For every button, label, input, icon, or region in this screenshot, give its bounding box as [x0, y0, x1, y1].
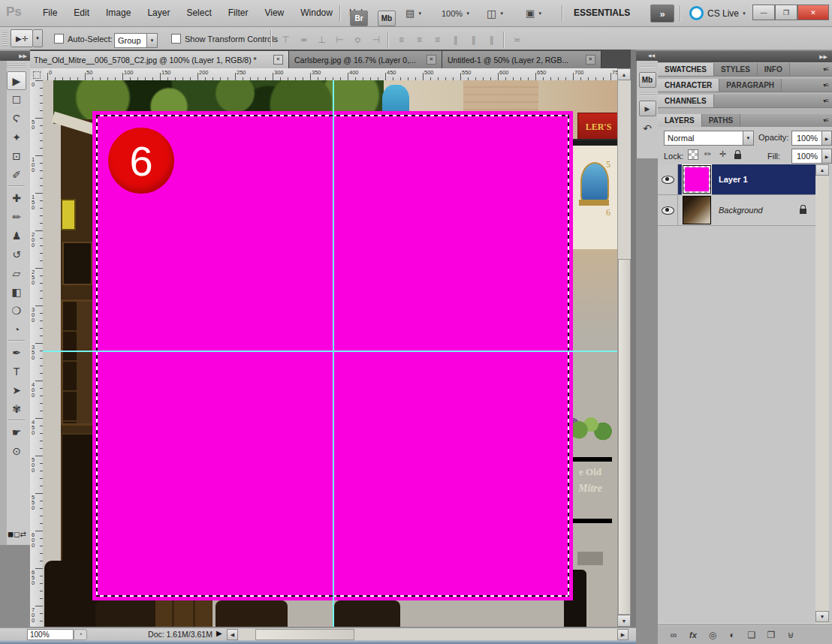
minimize-button[interactable]: — — [752, 5, 775, 20]
strip-grip[interactable] — [641, 92, 655, 96]
panel-menu-icon[interactable]: ▾≡ — [823, 82, 832, 89]
move-tool[interactable]: ▶ — [7, 71, 26, 90]
panel-tab-channels[interactable]: CHANNELS — [658, 95, 714, 107]
actions-panel-button[interactable]: ▶ — [639, 101, 656, 116]
panel-menu-icon[interactable]: ▾≡ — [823, 66, 832, 73]
view-extras-button[interactable]: ▤ ▼ — [405, 0, 422, 26]
spot-healing-brush-tool[interactable]: ✚ — [7, 188, 26, 207]
distribute-bottom-edges-icon[interactable]: ≡ — [431, 34, 444, 47]
cs-live-button[interactable]: CS Live ▼ — [689, 0, 746, 26]
vertical-scrollbar-thumb[interactable] — [618, 259, 631, 615]
status-zoom-input[interactable]: 100% — [27, 629, 74, 640]
brush-tool[interactable]: ✏ — [7, 207, 26, 226]
eye-icon[interactable] — [662, 176, 674, 184]
ruler-origin-box[interactable] — [30, 68, 44, 81]
layer-styles-icon[interactable]: fx — [683, 629, 703, 641]
distribute-left-edges-icon[interactable]: ∥ — [449, 34, 462, 47]
crop-tool[interactable]: ⊡ — [7, 146, 26, 165]
scroll-right-button[interactable]: ▶ — [617, 629, 629, 640]
auto-align-layers-icon[interactable]: ≍ — [511, 34, 523, 47]
strip-grip[interactable] — [641, 64, 655, 68]
zoom-level-control[interactable]: 100% ▼ — [442, 0, 470, 26]
menu-window[interactable]: Window — [292, 0, 341, 26]
custom-shape-tool[interactable]: ✾ — [7, 399, 26, 418]
document-tab-1[interactable]: The_Old_Mitre__006_5708_C2.jpg @ 100% (L… — [29, 51, 289, 68]
menu-select[interactable]: Select — [178, 0, 219, 26]
document-canvas[interactable]: LER'S 5 6 e Old Mitre 6 — [43, 80, 617, 627]
new-layer-icon[interactable]: ❐ — [761, 629, 781, 641]
distribute-right-edges-icon[interactable]: ∥ — [485, 34, 498, 47]
status-flyout-arrow[interactable]: ▶ — [216, 629, 222, 637]
lock-pixels-icon[interactable]: ✏ — [702, 149, 713, 160]
burn-tool[interactable]: ◔ — [7, 320, 26, 339]
eyedropper-tool[interactable]: ✐ — [7, 165, 26, 184]
horizontal-scrollbar-thumb[interactable] — [255, 629, 354, 640]
dock-collapse-button[interactable]: ▶▶ — [658, 51, 832, 62]
opacity-field[interactable]: 100% — [791, 131, 823, 146]
blend-mode-dropdown[interactable]: Normal ▼ — [664, 131, 754, 146]
rectangular-marquee-tool[interactable]: ☐ — [7, 90, 26, 109]
align-horizontal-centers-icon[interactable]: ≎ — [351, 34, 364, 47]
menu-filter[interactable]: Filter — [220, 0, 257, 26]
layer-visibility-cell[interactable] — [658, 195, 678, 225]
workspace-switcher[interactable]: ESSENTIALS — [574, 8, 630, 18]
history-panel-button[interactable]: ↶ — [640, 121, 656, 135]
layers-scrollbar-track[interactable] — [815, 164, 829, 624]
scroll-left-button[interactable]: ◀ — [227, 629, 238, 640]
pen-tool[interactable]: ✒ — [7, 343, 26, 362]
auto-select-checkbox[interactable] — [54, 34, 64, 44]
link-layers-icon[interactable]: ∞ — [664, 629, 683, 641]
document-tab-2[interactable]: Carlsberg.jpg @ 16.7% (Layer 0,...✕ — [289, 51, 442, 68]
layer-thumbnail[interactable] — [683, 196, 711, 224]
eraser-tool[interactable]: ▱ — [7, 263, 26, 282]
tools-collapse-button[interactable]: ▶▶ — [0, 51, 30, 61]
scroll-up-button[interactable]: ▲ — [617, 68, 631, 80]
launch-mini-bridge-button[interactable]: Mb — [378, 11, 396, 26]
vertical-guide[interactable] — [333, 80, 334, 627]
layer-row-background[interactable]: Background — [658, 195, 815, 226]
type-tool[interactable]: T — [7, 362, 26, 381]
status-badge-icon[interactable]: ◔ — [74, 629, 87, 640]
horizontal-guide[interactable] — [43, 351, 617, 352]
panel-tab-paths[interactable]: PATHS — [702, 114, 740, 127]
gradient-tool[interactable]: ◧ — [7, 282, 26, 301]
panel-tab-paragraph[interactable]: PARAGRAPH — [719, 79, 782, 92]
restore-button[interactable]: ❐ — [775, 5, 797, 20]
tab-close-icon[interactable]: ✕ — [273, 55, 283, 65]
layer-row-layer-1[interactable]: Layer 1 — [658, 164, 815, 195]
close-button[interactable]: ✕ — [797, 5, 829, 20]
layer-visibility-cell[interactable] — [658, 164, 678, 194]
new-adjustment-layer-icon[interactable]: ◐ — [722, 629, 742, 641]
align-vertical-centers-icon[interactable]: ≖ — [297, 34, 310, 47]
panel-tab-info[interactable]: INFO — [758, 63, 790, 76]
mini-bridge-panel-button[interactable]: Mb — [639, 72, 656, 88]
tab-close-icon[interactable]: ✕ — [586, 55, 595, 65]
panel-tab-styles[interactable]: STYLES — [714, 63, 758, 76]
tool-preset-picker[interactable]: ▶✛ ▼ — [11, 29, 43, 47]
scroll-down-button[interactable]: ▼ — [617, 615, 631, 627]
layer-thumbnail[interactable] — [683, 165, 711, 194]
distribute-vertical-centers-icon[interactable]: ≡ — [413, 34, 426, 47]
launch-bridge-button[interactable]: Br — [350, 11, 368, 26]
add-layer-mask-icon[interactable]: ◎ — [703, 629, 722, 641]
distribute-top-edges-icon[interactable]: ≡ — [395, 34, 408, 47]
vertical-ruler[interactable]: 05 01 0 01 5 02 0 02 5 03 0 03 5 04 0 04… — [30, 80, 44, 627]
layers-scroll-up-button[interactable]: ▲ — [815, 164, 829, 176]
default-colors-icon[interactable]: ◼◻⇄ — [8, 530, 26, 538]
fill-field[interactable]: 100% — [791, 149, 823, 164]
show-transform-controls-checkbox[interactable] — [171, 34, 181, 44]
lock-transparency-icon[interactable] — [688, 149, 698, 160]
panel-menu-icon[interactable]: ▾≡ — [823, 117, 832, 124]
panel-tab-character[interactable]: CHARACTER — [658, 79, 719, 92]
document-size-readout[interactable]: Doc: 1.61M/3.61M — [120, 630, 240, 639]
align-bottom-edges-icon[interactable]: ⊥ — [315, 34, 328, 47]
options-bar-grip[interactable] — [2, 30, 8, 47]
screen-mode-button[interactable]: ▣ ▼ — [526, 0, 542, 26]
align-left-edges-icon[interactable]: ⊢ — [333, 34, 346, 47]
layers-scroll-down-button[interactable]: ▼ — [815, 611, 829, 622]
lock-all-icon[interactable] — [732, 149, 743, 160]
lasso-tool[interactable]: Ϛ — [7, 109, 26, 128]
align-top-edges-icon[interactable]: ⊤ — [279, 34, 292, 47]
arrange-documents-button[interactable]: ◫ ▼ — [487, 0, 504, 26]
tab-close-icon[interactable]: ✕ — [427, 55, 436, 65]
